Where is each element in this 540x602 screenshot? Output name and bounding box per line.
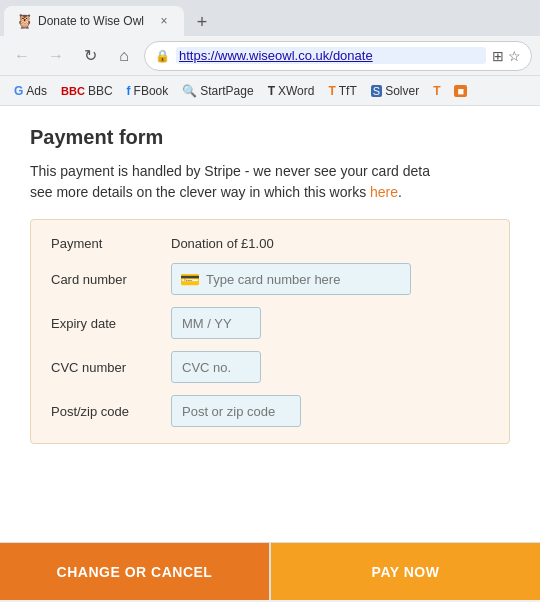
forward-button[interactable]: → <box>42 42 70 70</box>
bookmark-ads-favicon: G <box>14 84 23 98</box>
address-bar[interactable]: 🔒 https://www.wiseowl.co.uk/donate ⊞ ☆ <box>144 41 532 71</box>
bookmark-tft[interactable]: T TfT <box>322 82 362 100</box>
bookmark-fbook[interactable]: f FBook <box>121 82 175 100</box>
payment-row: Payment Donation of £1.00 <box>51 236 489 251</box>
expiry-date-row: Expiry date <box>51 307 489 339</box>
navigation-bar: ← → ↻ ⌂ 🔒 https://www.wiseowl.co.uk/dona… <box>0 36 540 76</box>
bookmark-bbc-label: BBC <box>88 84 113 98</box>
bookmark-ads[interactable]: G Ads <box>8 82 53 100</box>
bottom-buttons: CHANGE OR CANCEL PAY NOW <box>0 542 540 600</box>
card-number-label: Card number <box>51 272 171 287</box>
bookmark-solver-label: Solver <box>385 84 419 98</box>
active-tab[interactable]: 🦉 Donate to Wise Owl × <box>4 6 184 36</box>
tab-close-button[interactable]: × <box>156 13 172 29</box>
pay-now-button[interactable]: PAY NOW <box>269 543 540 600</box>
cvc-row: CVC number <box>51 351 489 383</box>
cvc-label: CVC number <box>51 360 171 375</box>
extensions-icon[interactable]: ⊞ <box>492 48 504 64</box>
page-title: Payment form <box>30 126 510 149</box>
bookmark-startpage[interactable]: 🔍 StartPage <box>176 82 259 100</box>
description-text-2: see more details on the clever way in wh… <box>30 184 366 200</box>
bookmark-extra[interactable]: ■ <box>448 83 473 99</box>
expiry-label: Expiry date <box>51 316 171 331</box>
postzip-label: Post/zip code <box>51 404 171 419</box>
reload-button[interactable]: ↻ <box>76 42 104 70</box>
bookmark-xword[interactable]: T XWord <box>262 82 321 100</box>
expiry-input[interactable] <box>171 307 261 339</box>
tab-bar: 🦉 Donate to Wise Owl × + <box>0 0 540 36</box>
bookmark-solver-favicon: S <box>371 85 382 97</box>
home-button[interactable]: ⌂ <box>110 42 138 70</box>
payment-label: Payment <box>51 236 171 251</box>
bookmark-star-icon[interactable]: ☆ <box>508 48 521 64</box>
bookmark-startpage-favicon: 🔍 <box>182 84 197 98</box>
page-content: Payment form This payment is handled by … <box>0 106 540 542</box>
payment-form-box: Payment Donation of £1.00 Card number 💳 … <box>30 219 510 444</box>
url-display[interactable]: https://www.wiseowl.co.uk/donate <box>176 47 486 64</box>
description-end: . <box>398 184 402 200</box>
bookmark-ads-label: Ads <box>26 84 47 98</box>
bookmark-tft-label: TfT <box>339 84 357 98</box>
bookmark-bbc[interactable]: BBC BBC <box>55 82 119 100</box>
card-icon: 💳 <box>180 270 200 289</box>
bookmark-extra-favicon: ■ <box>454 85 467 97</box>
card-number-input[interactable] <box>206 272 402 287</box>
payment-value: Donation of £1.00 <box>171 236 274 251</box>
back-button[interactable]: ← <box>8 42 36 70</box>
tab-favicon: 🦉 <box>16 13 32 29</box>
postzip-input[interactable] <box>171 395 301 427</box>
description-link[interactable]: here <box>370 184 398 200</box>
bookmark-xword-label: XWord <box>278 84 314 98</box>
change-or-cancel-button[interactable]: CHANGE OR CANCEL <box>0 543 269 600</box>
bookmark-xword-favicon: T <box>268 84 275 98</box>
description-text-1: This payment is handled by Stripe - we n… <box>30 163 430 179</box>
page-description: This payment is handled by Stripe - we n… <box>30 161 510 203</box>
bookmark-t-favicon: T <box>433 84 440 98</box>
address-bar-icons: ⊞ ☆ <box>492 48 521 64</box>
bookmark-bbc-favicon: BBC <box>61 85 85 97</box>
bookmark-fbook-favicon: f <box>127 84 131 98</box>
postzip-row: Post/zip code <box>51 395 489 427</box>
card-number-row: Card number 💳 <box>51 263 489 295</box>
lock-icon: 🔒 <box>155 49 170 63</box>
tab-title: Donate to Wise Owl <box>38 14 150 28</box>
card-number-field-container[interactable]: 💳 <box>171 263 411 295</box>
new-tab-button[interactable]: + <box>188 8 216 36</box>
bookmark-solver[interactable]: S Solver <box>365 82 425 100</box>
bookmark-t[interactable]: T <box>427 82 446 100</box>
cvc-input[interactable] <box>171 351 261 383</box>
bookmark-startpage-label: StartPage <box>200 84 253 98</box>
bookmark-fbook-label: FBook <box>134 84 169 98</box>
bookmarks-bar: G Ads BBC BBC f FBook 🔍 StartPage T XWor… <box>0 76 540 106</box>
bookmark-tft-favicon: T <box>328 84 335 98</box>
